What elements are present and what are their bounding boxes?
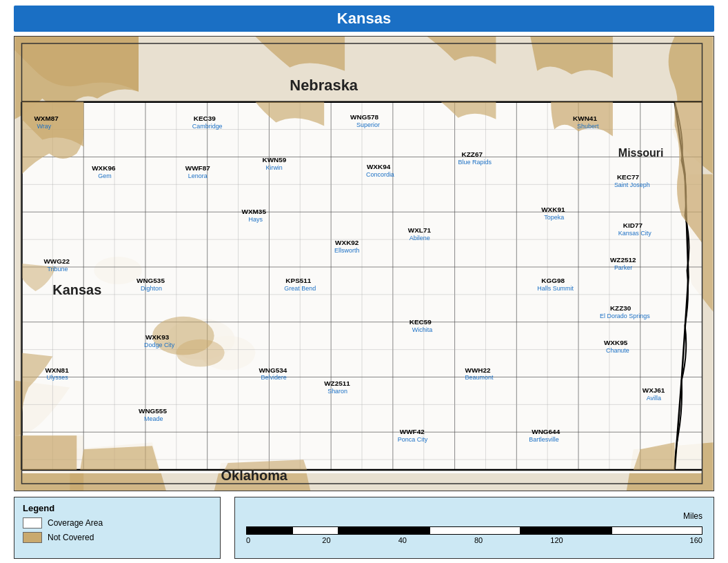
svg-text:Concordia: Concordia — [366, 171, 394, 178]
scale-tick-0: 0 — [246, 536, 322, 544]
svg-text:Wray: Wray — [37, 123, 51, 130]
svg-text:KEC59: KEC59 — [410, 318, 432, 326]
svg-text:Wichita: Wichita — [412, 326, 432, 333]
scale-tick-3: 80 — [474, 536, 550, 544]
svg-text:Avilla: Avilla — [647, 395, 661, 402]
svg-text:Kansas City: Kansas City — [618, 230, 651, 237]
svg-text:Belvidere: Belvidere — [261, 374, 286, 381]
scale-panel: Miles 0 20 40 80 120 160 — [234, 497, 714, 559]
notcovered-swatch — [23, 532, 42, 543]
svg-text:Dodge City: Dodge City — [144, 342, 175, 348]
svg-text:Nebraska: Nebraska — [290, 77, 358, 94]
svg-text:KZZ30: KZZ30 — [610, 304, 631, 312]
svg-text:WXN81: WXN81 — [45, 366, 69, 374]
svg-text:WWF42: WWF42 — [400, 428, 425, 435]
svg-text:KEC77: KEC77 — [617, 173, 640, 181]
svg-text:Shubert: Shubert — [577, 123, 599, 130]
svg-text:Meade: Meade — [144, 415, 163, 422]
svg-text:Dighton: Dighton — [141, 285, 162, 292]
svg-text:Saint Joseph: Saint Joseph — [614, 181, 650, 188]
svg-text:WXM35: WXM35 — [242, 208, 267, 215]
svg-text:Blue Rapids: Blue Rapids — [458, 159, 492, 166]
map-container: WXM87 Wray KEC39 Cambridge WNG578 Superi… — [14, 36, 714, 491]
notcovered-label: Not Covered — [48, 533, 94, 542]
svg-text:KID77: KID77 — [623, 221, 643, 229]
svg-text:Beaumont: Beaumont — [465, 374, 494, 381]
scale-seg-4 — [429, 526, 520, 535]
svg-text:Ponca City: Ponca City — [398, 436, 428, 443]
scale-seg-2 — [292, 526, 338, 535]
svg-text:Abilene: Abilene — [410, 235, 430, 241]
svg-text:WNG535: WNG535 — [136, 277, 165, 284]
svg-text:Bartlesville: Bartlesville — [529, 436, 558, 443]
svg-text:KEC39: KEC39 — [194, 115, 216, 122]
svg-text:Oklahoma: Oklahoma — [221, 468, 288, 483]
svg-text:WNG578: WNG578 — [350, 113, 378, 121]
svg-text:El Dorado Springs: El Dorado Springs — [600, 313, 650, 319]
svg-text:KWN41: KWN41 — [573, 115, 597, 122]
coverage-label: Coverage Area — [48, 518, 103, 528]
svg-text:WXK93: WXK93 — [145, 333, 170, 341]
svg-text:WXK92: WXK92 — [335, 239, 359, 246]
svg-text:Cambridge: Cambridge — [192, 123, 223, 130]
svg-text:WWF87: WWF87 — [185, 164, 210, 172]
coverage-swatch — [23, 517, 42, 529]
svg-text:WZ2511: WZ2511 — [324, 379, 350, 387]
svg-text:WXM87: WXM87 — [34, 115, 59, 122]
scale-tick-5: 160 — [627, 536, 702, 544]
svg-text:Halls Summit: Halls Summit — [537, 285, 574, 292]
svg-text:Missouri: Missouri — [618, 147, 664, 159]
svg-text:KZZ67: KZZ67 — [462, 150, 483, 158]
legend-item-notcovered: Not Covered — [23, 532, 212, 543]
svg-text:Great Bend: Great Bend — [284, 285, 316, 292]
svg-text:WZ2512: WZ2512 — [610, 256, 636, 264]
scale-miles-label: Miles — [246, 511, 702, 521]
svg-text:Lenora: Lenora — [188, 172, 208, 179]
scale-bar — [246, 526, 702, 535]
svg-text:WXK94: WXK94 — [367, 163, 391, 170]
svg-text:Topeka: Topeka — [544, 214, 564, 221]
svg-text:Tribune: Tribune — [47, 266, 68, 273]
svg-text:Kansas: Kansas — [52, 282, 101, 297]
svg-text:WWH22: WWH22 — [465, 366, 492, 374]
svg-text:Hays: Hays — [249, 216, 263, 223]
svg-text:Sharon: Sharon — [327, 388, 347, 395]
legend-item-coverage: Coverage Area — [23, 517, 212, 529]
svg-text:Superior: Superior — [356, 121, 380, 128]
legend-panel: Legend Coverage Area Not Covered — [14, 497, 221, 559]
legend-title: Legend — [23, 503, 212, 513]
scale-tick-1: 20 — [322, 536, 398, 544]
scale-seg-5 — [520, 526, 611, 535]
svg-text:Parker: Parker — [614, 264, 632, 271]
bottom-panels: Legend Coverage Area Not Covered Miles 0… — [14, 497, 714, 559]
svg-text:WXL71: WXL71 — [408, 226, 432, 234]
svg-text:WNG534: WNG534 — [259, 366, 287, 374]
svg-text:WXK96: WXK96 — [92, 164, 116, 172]
svg-text:Kirwin: Kirwin — [265, 164, 282, 171]
svg-point-43 — [176, 339, 225, 367]
svg-text:KPS511: KPS511 — [285, 277, 312, 284]
svg-text:KGG98: KGG98 — [541, 277, 565, 284]
scale-tick-4: 120 — [550, 536, 626, 544]
svg-text:KWN59: KWN59 — [262, 156, 286, 164]
svg-text:WXK95: WXK95 — [604, 339, 628, 346]
svg-text:WNG644: WNG644 — [532, 428, 560, 435]
title-bar: Kansas — [14, 6, 714, 32]
scale-seg-3 — [338, 526, 429, 535]
scale-seg-1 — [246, 526, 292, 535]
svg-text:WXK91: WXK91 — [541, 206, 565, 213]
scale-tick-2: 40 — [398, 536, 474, 544]
scale-seg-6 — [611, 526, 702, 535]
svg-text:Chanute: Chanute — [606, 347, 629, 354]
svg-text:Gem: Gem — [98, 172, 111, 179]
map-svg: WXM87 Wray KEC39 Cambridge WNG578 Superi… — [14, 37, 714, 491]
svg-text:WWG22: WWG22 — [43, 257, 70, 265]
page-title: Kansas — [337, 10, 391, 27]
svg-text:Ellsworth: Ellsworth — [334, 247, 359, 254]
svg-text:WNG555: WNG555 — [139, 407, 167, 415]
svg-text:WXJ61: WXJ61 — [643, 386, 665, 394]
svg-text:Ulysses: Ulysses — [46, 374, 68, 381]
scale-labels: 0 20 40 80 120 160 — [246, 536, 702, 544]
